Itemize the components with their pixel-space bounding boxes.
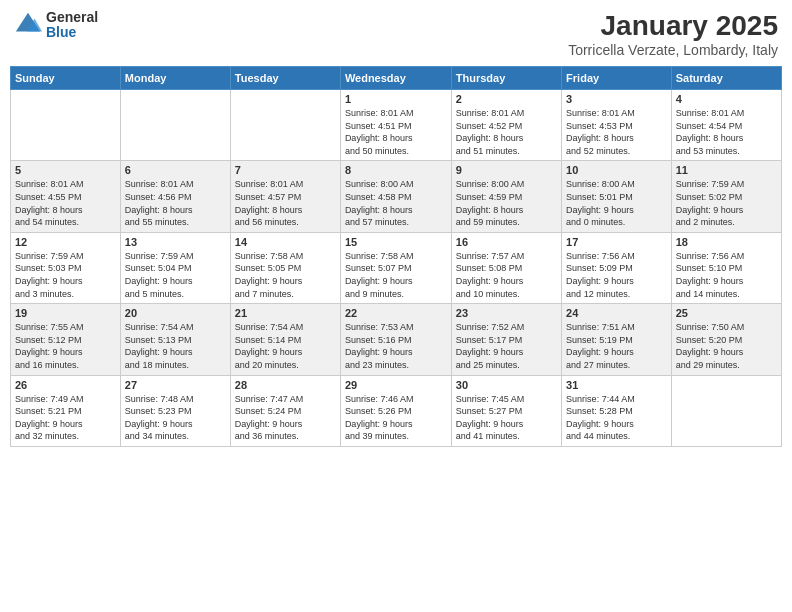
day-number: 28 [235, 379, 336, 391]
calendar-cell: 23Sunrise: 7:52 AM Sunset: 5:17 PM Dayli… [451, 304, 561, 375]
day-info: Sunrise: 8:00 AM Sunset: 4:59 PM Dayligh… [456, 178, 557, 228]
day-number: 16 [456, 236, 557, 248]
page-header: General Blue January 2025 Torricella Ver… [10, 10, 782, 58]
calendar-cell: 24Sunrise: 7:51 AM Sunset: 5:19 PM Dayli… [562, 304, 672, 375]
day-number: 25 [676, 307, 777, 319]
day-info: Sunrise: 8:01 AM Sunset: 4:52 PM Dayligh… [456, 107, 557, 157]
day-info: Sunrise: 8:01 AM Sunset: 4:56 PM Dayligh… [125, 178, 226, 228]
calendar-cell: 26Sunrise: 7:49 AM Sunset: 5:21 PM Dayli… [11, 375, 121, 446]
calendar-cell: 17Sunrise: 7:56 AM Sunset: 5:09 PM Dayli… [562, 232, 672, 303]
weekday-header-row: SundayMondayTuesdayWednesdayThursdayFrid… [11, 67, 782, 90]
day-info: Sunrise: 8:00 AM Sunset: 4:58 PM Dayligh… [345, 178, 447, 228]
day-number: 2 [456, 93, 557, 105]
location-subtitle: Torricella Verzate, Lombardy, Italy [568, 42, 778, 58]
day-info: Sunrise: 7:58 AM Sunset: 5:07 PM Dayligh… [345, 250, 447, 300]
title-block: January 2025 Torricella Verzate, Lombard… [568, 10, 778, 58]
day-info: Sunrise: 7:56 AM Sunset: 5:10 PM Dayligh… [676, 250, 777, 300]
calendar-week-1: 1Sunrise: 8:01 AM Sunset: 4:51 PM Daylig… [11, 90, 782, 161]
day-info: Sunrise: 7:59 AM Sunset: 5:02 PM Dayligh… [676, 178, 777, 228]
logo-text: General Blue [46, 10, 98, 41]
month-title: January 2025 [568, 10, 778, 42]
calendar-week-2: 5Sunrise: 8:01 AM Sunset: 4:55 PM Daylig… [11, 161, 782, 232]
weekday-header-friday: Friday [562, 67, 672, 90]
day-info: Sunrise: 7:53 AM Sunset: 5:16 PM Dayligh… [345, 321, 447, 371]
calendar-week-3: 12Sunrise: 7:59 AM Sunset: 5:03 PM Dayli… [11, 232, 782, 303]
logo-blue-text: Blue [46, 25, 98, 40]
day-info: Sunrise: 7:57 AM Sunset: 5:08 PM Dayligh… [456, 250, 557, 300]
logo: General Blue [14, 10, 98, 41]
day-number: 24 [566, 307, 667, 319]
calendar-cell: 29Sunrise: 7:46 AM Sunset: 5:26 PM Dayli… [340, 375, 451, 446]
day-number: 5 [15, 164, 116, 176]
day-number: 17 [566, 236, 667, 248]
day-number: 6 [125, 164, 226, 176]
day-number: 15 [345, 236, 447, 248]
calendar-cell: 3Sunrise: 8:01 AM Sunset: 4:53 PM Daylig… [562, 90, 672, 161]
day-info: Sunrise: 7:46 AM Sunset: 5:26 PM Dayligh… [345, 393, 447, 443]
day-number: 19 [15, 307, 116, 319]
calendar-cell: 8Sunrise: 8:00 AM Sunset: 4:58 PM Daylig… [340, 161, 451, 232]
calendar-cell: 7Sunrise: 8:01 AM Sunset: 4:57 PM Daylig… [230, 161, 340, 232]
day-number: 27 [125, 379, 226, 391]
day-info: Sunrise: 7:51 AM Sunset: 5:19 PM Dayligh… [566, 321, 667, 371]
calendar-cell: 13Sunrise: 7:59 AM Sunset: 5:04 PM Dayli… [120, 232, 230, 303]
day-number: 10 [566, 164, 667, 176]
weekday-header-tuesday: Tuesday [230, 67, 340, 90]
weekday-header-wednesday: Wednesday [340, 67, 451, 90]
calendar-cell [230, 90, 340, 161]
day-info: Sunrise: 7:54 AM Sunset: 5:14 PM Dayligh… [235, 321, 336, 371]
calendar-table: SundayMondayTuesdayWednesdayThursdayFrid… [10, 66, 782, 447]
calendar-cell: 22Sunrise: 7:53 AM Sunset: 5:16 PM Dayli… [340, 304, 451, 375]
calendar-cell: 30Sunrise: 7:45 AM Sunset: 5:27 PM Dayli… [451, 375, 561, 446]
day-info: Sunrise: 8:00 AM Sunset: 5:01 PM Dayligh… [566, 178, 667, 228]
day-number: 13 [125, 236, 226, 248]
day-info: Sunrise: 7:58 AM Sunset: 5:05 PM Dayligh… [235, 250, 336, 300]
day-number: 8 [345, 164, 447, 176]
calendar-cell: 4Sunrise: 8:01 AM Sunset: 4:54 PM Daylig… [671, 90, 781, 161]
calendar-week-5: 26Sunrise: 7:49 AM Sunset: 5:21 PM Dayli… [11, 375, 782, 446]
logo-general-text: General [46, 10, 98, 25]
calendar-cell: 2Sunrise: 8:01 AM Sunset: 4:52 PM Daylig… [451, 90, 561, 161]
day-info: Sunrise: 7:48 AM Sunset: 5:23 PM Dayligh… [125, 393, 226, 443]
day-info: Sunrise: 7:52 AM Sunset: 5:17 PM Dayligh… [456, 321, 557, 371]
calendar-cell: 14Sunrise: 7:58 AM Sunset: 5:05 PM Dayli… [230, 232, 340, 303]
weekday-header-monday: Monday [120, 67, 230, 90]
calendar-cell: 11Sunrise: 7:59 AM Sunset: 5:02 PM Dayli… [671, 161, 781, 232]
weekday-header-sunday: Sunday [11, 67, 121, 90]
day-info: Sunrise: 7:45 AM Sunset: 5:27 PM Dayligh… [456, 393, 557, 443]
day-info: Sunrise: 8:01 AM Sunset: 4:54 PM Dayligh… [676, 107, 777, 157]
calendar-cell: 18Sunrise: 7:56 AM Sunset: 5:10 PM Dayli… [671, 232, 781, 303]
calendar-cell: 15Sunrise: 7:58 AM Sunset: 5:07 PM Dayli… [340, 232, 451, 303]
day-number: 12 [15, 236, 116, 248]
day-info: Sunrise: 8:01 AM Sunset: 4:55 PM Dayligh… [15, 178, 116, 228]
calendar-cell: 5Sunrise: 8:01 AM Sunset: 4:55 PM Daylig… [11, 161, 121, 232]
calendar-cell [120, 90, 230, 161]
calendar-cell: 25Sunrise: 7:50 AM Sunset: 5:20 PM Dayli… [671, 304, 781, 375]
day-info: Sunrise: 8:01 AM Sunset: 4:51 PM Dayligh… [345, 107, 447, 157]
day-info: Sunrise: 7:55 AM Sunset: 5:12 PM Dayligh… [15, 321, 116, 371]
weekday-header-saturday: Saturday [671, 67, 781, 90]
day-info: Sunrise: 7:59 AM Sunset: 5:03 PM Dayligh… [15, 250, 116, 300]
day-number: 9 [456, 164, 557, 176]
calendar-cell: 6Sunrise: 8:01 AM Sunset: 4:56 PM Daylig… [120, 161, 230, 232]
day-info: Sunrise: 7:54 AM Sunset: 5:13 PM Dayligh… [125, 321, 226, 371]
calendar-cell [11, 90, 121, 161]
day-info: Sunrise: 8:01 AM Sunset: 4:57 PM Dayligh… [235, 178, 336, 228]
day-number: 11 [676, 164, 777, 176]
calendar-cell: 10Sunrise: 8:00 AM Sunset: 5:01 PM Dayli… [562, 161, 672, 232]
day-number: 29 [345, 379, 447, 391]
day-info: Sunrise: 7:49 AM Sunset: 5:21 PM Dayligh… [15, 393, 116, 443]
calendar-cell: 31Sunrise: 7:44 AM Sunset: 5:28 PM Dayli… [562, 375, 672, 446]
calendar-week-4: 19Sunrise: 7:55 AM Sunset: 5:12 PM Dayli… [11, 304, 782, 375]
day-number: 18 [676, 236, 777, 248]
day-number: 1 [345, 93, 447, 105]
day-info: Sunrise: 7:44 AM Sunset: 5:28 PM Dayligh… [566, 393, 667, 443]
weekday-header-thursday: Thursday [451, 67, 561, 90]
calendar-cell: 20Sunrise: 7:54 AM Sunset: 5:13 PM Dayli… [120, 304, 230, 375]
calendar-cell: 16Sunrise: 7:57 AM Sunset: 5:08 PM Dayli… [451, 232, 561, 303]
calendar-cell: 28Sunrise: 7:47 AM Sunset: 5:24 PM Dayli… [230, 375, 340, 446]
calendar-cell [671, 375, 781, 446]
day-number: 31 [566, 379, 667, 391]
day-info: Sunrise: 7:56 AM Sunset: 5:09 PM Dayligh… [566, 250, 667, 300]
day-number: 14 [235, 236, 336, 248]
